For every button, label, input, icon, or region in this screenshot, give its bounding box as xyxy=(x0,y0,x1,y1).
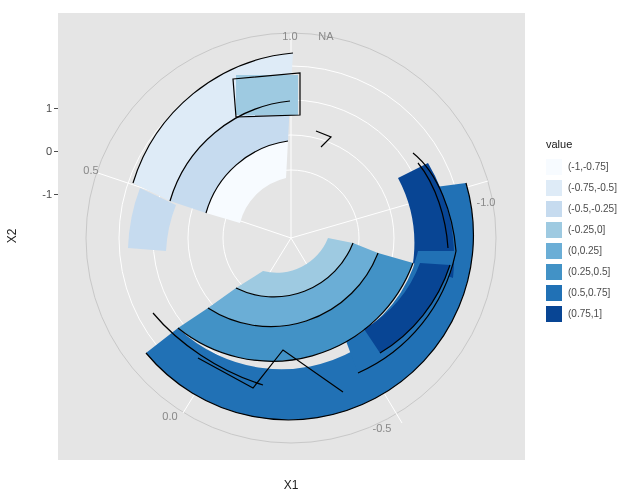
legend-label: (-1,-0.75] xyxy=(568,161,609,172)
svg-rect-11 xyxy=(236,75,298,115)
legend-label: (0.5,0.75] xyxy=(568,287,610,298)
legend-swatch xyxy=(546,180,562,196)
legend-item: (0.25,0.5] xyxy=(546,263,634,280)
legend-item: (-0.75,-0.5] xyxy=(546,179,634,196)
ring-label--0.5: -0.5 xyxy=(373,422,392,434)
legend-label: (0,0.25] xyxy=(568,245,602,256)
legend-label: (0.75,1] xyxy=(568,308,602,319)
plot-svg xyxy=(58,13,525,460)
ring-label-1.0: 1.0 xyxy=(282,30,297,42)
legend-label: (-0.75,-0.5] xyxy=(568,182,617,193)
legend-swatch xyxy=(546,264,562,280)
ring-label-NA: NA xyxy=(318,30,333,42)
legend-item: (0.75,1] xyxy=(546,305,634,322)
legend-swatch xyxy=(546,201,562,217)
legend-swatch xyxy=(546,159,562,175)
x-axis-label: X1 xyxy=(284,478,299,492)
heat-fill xyxy=(128,53,473,420)
legend-label: (0.25,0.5] xyxy=(568,266,610,277)
legend-item: (-1,-0.75] xyxy=(546,158,634,175)
ytick-1: 1 xyxy=(34,102,52,114)
ytick--1: -1 xyxy=(34,188,52,200)
legend-item: (0.5,0.75] xyxy=(546,284,634,301)
ring-label-0.0: 0.0 xyxy=(162,410,177,422)
legend-swatch xyxy=(546,285,562,301)
ytick-0: 0 xyxy=(34,145,52,157)
legend-swatch xyxy=(546,222,562,238)
chart-root: 1 0 -1 X2 X1 1.0 NA 0.5 -1.0 0.0 -0.5 va… xyxy=(0,0,640,500)
legend: value (-1,-0.75] (-0.75,-0.5] (-0.5,-0.2… xyxy=(546,138,634,326)
legend-swatch xyxy=(546,243,562,259)
legend-item: (-0.5,-0.25] xyxy=(546,200,634,217)
legend-label: (-0.5,-0.25] xyxy=(568,203,617,214)
ring-label--1.0: -1.0 xyxy=(477,196,496,208)
legend-title: value xyxy=(546,138,634,150)
ring-label-0.5: 0.5 xyxy=(83,164,98,176)
legend-swatch xyxy=(546,306,562,322)
y-axis-label: X2 xyxy=(5,229,19,244)
legend-item: (0,0.25] xyxy=(546,242,634,259)
legend-label: (-0.25,0] xyxy=(568,224,605,235)
plot-panel xyxy=(58,13,525,460)
legend-item: (-0.25,0] xyxy=(546,221,634,238)
